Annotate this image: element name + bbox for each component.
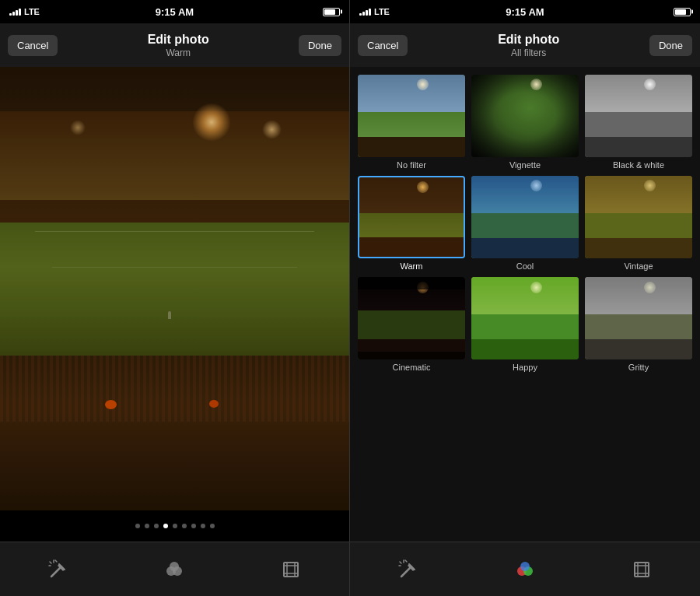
filter-item-vintage[interactable]: Vintage <box>585 176 692 271</box>
right-time: 9:15 AM <box>506 6 544 18</box>
cin-letterbox-top <box>358 277 465 289</box>
filter-item-vignette[interactable]: Vignette <box>471 75 579 170</box>
dot-3 <box>163 524 168 528</box>
filters-grid-area[interactable]: No filter Vignette Black & white <box>350 67 700 542</box>
thumb-no-filter-scene <box>358 75 465 157</box>
filter-thumb-gritty <box>585 277 692 359</box>
right-toolbar <box>350 542 700 596</box>
filters-button-right[interactable] <box>502 552 548 587</box>
filter-thumb-bw <box>585 75 692 157</box>
svg-line-20 <box>400 562 401 563</box>
signal-bar-r4 <box>369 9 371 16</box>
signal-bar-3 <box>16 10 18 16</box>
left-time: 9:15 AM <box>156 6 194 18</box>
filter-label-gritty: Gritty <box>628 363 649 372</box>
signal-bar-r1 <box>359 13 362 16</box>
filter-item-cinematic[interactable]: Cinematic <box>358 277 465 372</box>
svg-line-5 <box>50 562 51 563</box>
filter-item-gritty[interactable]: Gritty <box>585 277 692 372</box>
carrier-text: LTE <box>24 7 40 16</box>
filter-thumb-vintage <box>585 176 692 258</box>
orange-jacket <box>105 400 117 409</box>
filter-item-no-filter[interactable]: No filter <box>358 75 465 170</box>
signal-bar-r3 <box>366 10 368 16</box>
filter-thumb-happy <box>471 277 579 359</box>
filter-label-bw: Black & white <box>613 160 664 170</box>
filter-thumb-cool <box>471 176 579 258</box>
magic-wand-icon-right <box>397 559 419 580</box>
filter-item-happy[interactable]: Happy <box>471 277 579 372</box>
upper-stands <box>0 111 349 200</box>
signal-bar-4 <box>19 9 21 16</box>
magic-wand-button-right[interactable] <box>385 552 432 587</box>
filter-thumb-no-filter <box>358 75 465 157</box>
svg-point-24 <box>520 562 530 571</box>
nf-field <box>358 112 465 137</box>
main-light <box>192 103 231 142</box>
cin-letterbox-bot <box>358 352 465 360</box>
right-carrier-text: LTE <box>374 7 390 16</box>
left-phone-screen: LTE 9:15 AM Cancel Edit photo Warm Done <box>0 0 350 596</box>
battery-icon <box>323 8 340 16</box>
right-done-button[interactable]: Done <box>649 35 692 56</box>
player-silhouette <box>168 311 171 319</box>
crop-button-right[interactable] <box>618 552 665 587</box>
battery-level <box>324 9 335 15</box>
signal-bar-1 <box>9 13 12 16</box>
filter-item-warm[interactable]: Warm <box>358 176 465 271</box>
filter-label-cool: Cool <box>516 261 534 271</box>
orange-jacket-2 <box>209 400 219 408</box>
vintage-tint <box>585 176 692 258</box>
field-line-2 <box>52 267 296 268</box>
crowd-detail <box>0 356 349 422</box>
warm-tint <box>359 177 464 257</box>
dot-7 <box>201 524 205 528</box>
nf-stands <box>358 137 465 158</box>
left-status-right <box>323 8 340 16</box>
dot-2 <box>154 524 159 528</box>
left-cancel-button[interactable]: Cancel <box>8 35 58 56</box>
right-signal-bars <box>359 9 371 16</box>
magic-wand-button[interactable] <box>35 552 82 587</box>
filter-item-bw[interactable]: Black & white <box>585 75 692 170</box>
right-cancel-button[interactable]: Cancel <box>358 35 408 56</box>
crop-button-left[interactable] <box>268 552 314 587</box>
filter-item-cool[interactable]: Cool <box>471 176 579 271</box>
left-done-button[interactable]: Done <box>299 35 341 56</box>
magic-wand-icon <box>47 559 69 580</box>
field-layer <box>0 223 349 356</box>
right-title-main: Edit photo <box>498 33 559 47</box>
gritty-grain <box>585 277 692 359</box>
dot-4 <box>173 524 177 528</box>
right-status-bar: LTE 9:15 AM <box>350 0 700 23</box>
bw-field <box>585 112 692 137</box>
left-title-sub: Warm <box>148 47 209 58</box>
field-line-1 <box>35 231 314 232</box>
left-photo-area <box>0 67 349 510</box>
dot-0 <box>135 524 140 528</box>
right-nav-bar: Cancel Edit photo All filters Done <box>350 23 700 67</box>
left-nav-bar: Cancel Edit photo Warm Done <box>0 23 349 67</box>
filter-label-vignette: Vignette <box>509 160 541 170</box>
filter-thumb-vignette <box>471 75 579 157</box>
filter-thumb-warm <box>358 176 465 258</box>
filter-label-cinematic: Cinematic <box>393 363 431 372</box>
signal-bars <box>9 9 21 16</box>
svg-rect-25 <box>635 563 649 577</box>
nf-sky <box>358 75 465 112</box>
vignette-overlay <box>471 75 579 157</box>
filters-button-left[interactable] <box>151 552 198 587</box>
stadium-photo-warm <box>0 67 349 510</box>
happy-tint <box>471 277 579 359</box>
left-status-left: LTE <box>9 7 40 16</box>
left-status-bar: LTE 9:15 AM <box>0 0 349 23</box>
dot-5 <box>182 524 187 528</box>
svg-point-9 <box>170 562 179 571</box>
left-nav-title: Edit photo Warm <box>148 33 209 58</box>
signal-bar-2 <box>12 12 15 16</box>
svg-line-18 <box>405 560 407 562</box>
page-indicators <box>0 510 349 542</box>
signal-bar-r2 <box>362 12 365 16</box>
light-2 <box>262 120 282 139</box>
filters-icon-left <box>163 559 185 580</box>
